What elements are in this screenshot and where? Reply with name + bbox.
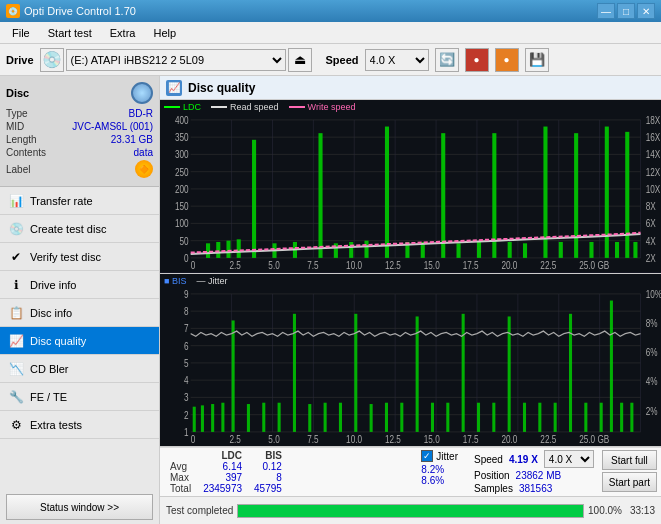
svg-text:14X: 14X [646,148,661,160]
chart2-legend: ■ BIS — Jitter [164,276,227,286]
transfer-rate-icon: 📊 [8,193,24,209]
sidebar-item-transfer-rate[interactable]: 📊 Transfer rate [0,187,159,215]
bis-legend-label: ■ BIS [164,276,186,286]
svg-rect-144 [477,402,480,431]
jitter-values: 8.2% 8.6% [421,464,458,486]
drive-select[interactable]: (E:) ATAPI iHBS212 2 5L09 [66,49,286,71]
disc-mid-value: JVC-AMS6L (001) [72,121,153,132]
svg-rect-68 [508,242,512,258]
svg-text:4X: 4X [646,235,657,247]
svg-rect-52 [226,241,230,258]
svg-rect-72 [574,133,578,258]
charts-area: LDC Read speed Write speed [160,100,661,447]
sidebar-item-label-drive-info: Drive info [30,279,76,291]
eject-button[interactable]: ⏏ [288,48,312,72]
stats-table: LDC BIS Avg 6.14 0.12 Max 397 8 Total [164,450,413,494]
sidebar-item-label-verify-test-disc: Verify test disc [30,251,101,263]
read-speed-legend-line [211,106,227,108]
start-full-button[interactable]: Start full [602,450,657,470]
svg-rect-65 [457,243,461,258]
maximize-button[interactable]: □ [617,3,635,19]
menu-help[interactable]: Help [145,25,184,41]
speed-value: 4.19 X [509,454,538,465]
svg-text:22.5: 22.5 [540,258,556,270]
svg-rect-132 [293,313,296,431]
verify-disc-icon: ✔ [8,249,24,265]
stats-max-label: Max [164,472,197,483]
disc-quality-title: Disc quality [188,81,255,95]
write-speed-legend: Write speed [289,102,356,112]
elapsed-time: 33:13 [630,505,655,516]
close-button[interactable]: ✕ [637,3,655,19]
save-button[interactable]: 💾 [525,48,549,72]
svg-rect-54 [252,140,256,258]
start-part-button[interactable]: Start part [602,472,657,492]
title-bar-controls: — □ ✕ [597,3,655,19]
sidebar-item-disc-info[interactable]: 📋 Disc info [0,299,159,327]
bis-chart-svg: 9 8 7 6 5 4 3 2 1 10% 8% 6% [160,274,661,447]
jitter-checkbox[interactable]: ✓ [421,450,433,462]
title-bar: 💿 Opti Drive Control 1.70 — □ ✕ [0,0,661,22]
svg-text:8X: 8X [646,200,657,212]
svg-text:5.0: 5.0 [268,432,279,444]
svg-rect-148 [538,402,541,431]
svg-rect-137 [370,404,373,432]
svg-text:9: 9 [184,287,189,299]
status-window-button[interactable]: Status window >> [6,494,153,520]
stats-col-ldc-header: LDC [197,450,248,461]
svg-text:22.5: 22.5 [540,432,556,444]
menu-start-test[interactable]: Start test [40,25,100,41]
refresh-button[interactable]: 🔄 [435,48,459,72]
ldc-legend: LDC [164,102,201,112]
sidebar-item-disc-quality[interactable]: 📈 Disc quality [0,327,159,355]
sidebar-nav: 📊 Transfer rate 💿 Create test disc ✔ Ver… [0,187,159,490]
svg-rect-126 [211,404,214,432]
progress-bar-fill [238,505,583,517]
sidebar-item-drive-info[interactable]: ℹ Drive info [0,271,159,299]
svg-rect-139 [400,402,403,431]
orange-icon-btn[interactable]: ● [495,48,519,72]
sidebar-item-fe-te[interactable]: 🔧 FE / TE [0,383,159,411]
svg-text:4: 4 [184,374,189,386]
menu-extra[interactable]: Extra [102,25,144,41]
speed-label: Speed [326,54,359,66]
svg-text:250: 250 [175,166,189,178]
svg-rect-134 [324,402,327,431]
samples-value: 381563 [519,483,552,494]
sidebar-item-verify-test-disc[interactable]: ✔ Verify test disc [0,243,159,271]
svg-text:0: 0 [191,432,196,444]
svg-text:2%: 2% [646,404,658,416]
sidebar-item-cd-bler[interactable]: 📉 CD Bler [0,355,159,383]
chart1-legend: LDC Read speed Write speed [164,102,355,112]
ldc-chart-svg: 400 350 300 250 200 150 100 50 0 18X 16X [160,100,661,273]
jitter-section: ✓ Jitter 8.2% 8.6% [421,450,458,486]
svg-text:5.0: 5.0 [268,258,279,270]
speed-row: Speed 4.19 X 4.0 X [474,450,594,468]
svg-rect-60 [364,241,368,258]
stats-area: LDC BIS Avg 6.14 0.12 Max 397 8 Total [160,447,661,496]
menu-file[interactable]: File [4,25,38,41]
stats-speed-select[interactable]: 4.0 X [544,450,594,468]
svg-text:10.0: 10.0 [346,432,362,444]
svg-text:100: 100 [175,217,189,229]
svg-text:20.0: 20.0 [501,258,517,270]
sidebar-item-extra-tests[interactable]: ⚙ Extra tests [0,411,159,439]
svg-rect-133 [308,404,311,432]
sidebar-item-label-disc-quality: Disc quality [30,335,86,347]
sidebar-item-create-test-disc[interactable]: 💿 Create test disc [0,215,159,243]
svg-text:50: 50 [180,235,189,247]
red-icon-btn[interactable]: ● [465,48,489,72]
svg-rect-75 [615,242,619,258]
read-speed-legend: Read speed [211,102,279,112]
progress-percent: 100.0% [588,505,622,516]
svg-text:2X: 2X [646,252,657,264]
svg-text:25.0 GB: 25.0 GB [579,432,609,444]
speed-select[interactable]: 4.0 X [365,49,429,71]
progress-bar [237,504,584,518]
svg-rect-74 [605,127,609,258]
svg-text:1: 1 [184,425,189,437]
svg-rect-141 [431,402,434,431]
content-area: 📈 Disc quality LDC Read speed [160,76,661,524]
minimize-button[interactable]: — [597,3,615,19]
bis-chart-container: ■ BIS — Jitter [160,274,661,448]
